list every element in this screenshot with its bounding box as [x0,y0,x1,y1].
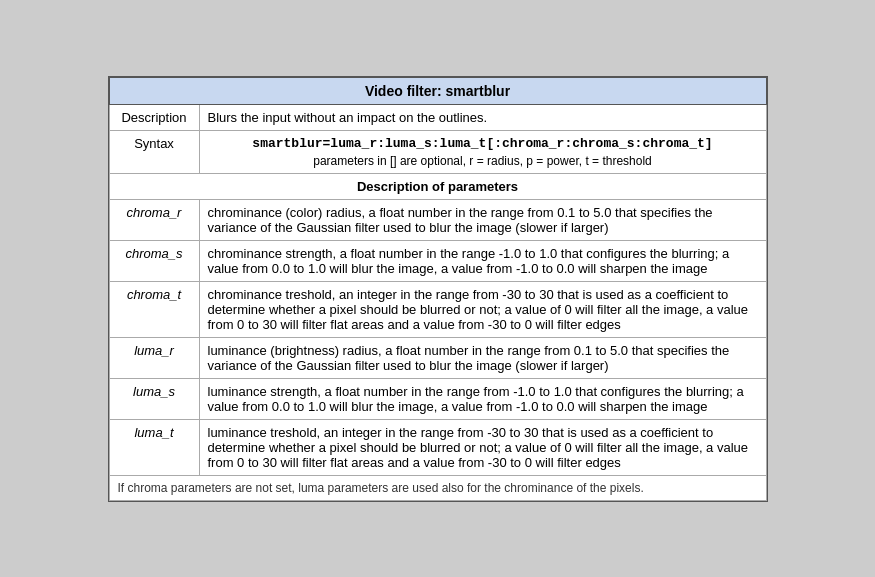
param-desc-chroma_s: chrominance strength, a float number in … [199,240,766,281]
params-header-row: Description of parameters [109,173,766,199]
description-row: Description Blurs the input without an i… [109,104,766,130]
description-label: Description [109,104,199,130]
param-row-chroma_s: chroma_schrominance strength, a float nu… [109,240,766,281]
syntax-cell: smartblur=luma_r:luma_s:luma_t[:chroma_r… [199,130,766,173]
param-name-luma_t: luma_t [109,419,199,475]
title-cell: Video filter: smartblur [109,77,766,104]
param-row-chroma_r: chroma_rchrominance (color) radius, a fl… [109,199,766,240]
syntax-note: parameters in [] are optional, r = radiu… [208,154,758,168]
param-name-luma_s: luma_s [109,378,199,419]
description-value: Blurs the input without an impact on the… [199,104,766,130]
param-name-chroma_s: chroma_s [109,240,199,281]
param-row-luma_s: luma_sluminance strength, a float number… [109,378,766,419]
params-body: chroma_rchrominance (color) radius, a fl… [109,199,766,475]
param-desc-luma_r: luminance (brightness) radius, a float n… [199,337,766,378]
footer-cell: If chroma parameters are not set, luma p… [109,475,766,500]
param-desc-luma_t: luminance treshold, an integer in the ra… [199,419,766,475]
param-desc-chroma_r: chrominance (color) radius, a float numb… [199,199,766,240]
syntax-label: Syntax [109,130,199,173]
param-row-luma_r: luma_rluminance (brightness) radius, a f… [109,337,766,378]
param-row-chroma_t: chroma_tchrominance treshold, an integer… [109,281,766,337]
param-name-chroma_r: chroma_r [109,199,199,240]
syntax-code: smartblur=luma_r:luma_s:luma_t[:chroma_r… [208,136,758,151]
footer-row: If chroma parameters are not set, luma p… [109,475,766,500]
title-row: Video filter: smartblur [109,77,766,104]
param-desc-luma_s: luminance strength, a float number in th… [199,378,766,419]
main-table: Video filter: smartblur Description Blur… [108,76,768,502]
param-desc-chroma_t: chrominance treshold, an integer in the … [199,281,766,337]
param-name-chroma_t: chroma_t [109,281,199,337]
params-header-cell: Description of parameters [109,173,766,199]
footer-body: If chroma parameters are not set, luma p… [109,475,766,500]
syntax-row: Syntax smartblur=luma_r:luma_s:luma_t[:c… [109,130,766,173]
param-row-luma_t: luma_tluminance treshold, an integer in … [109,419,766,475]
param-name-luma_r: luma_r [109,337,199,378]
